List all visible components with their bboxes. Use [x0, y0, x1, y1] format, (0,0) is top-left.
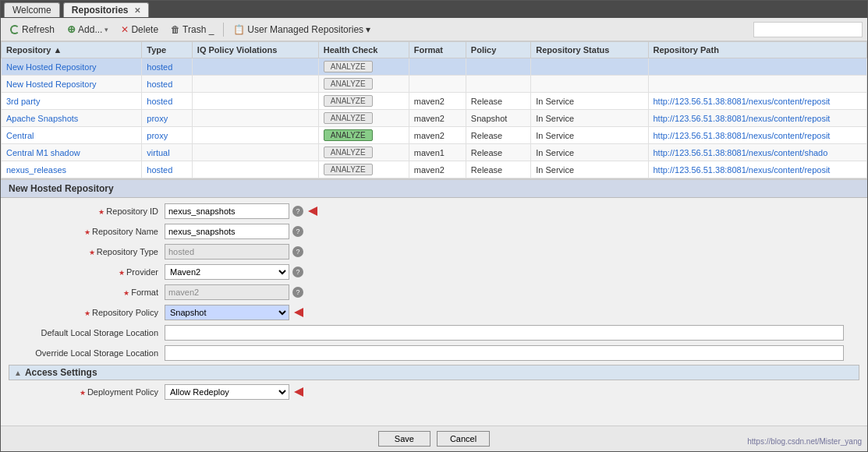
- analyze-button[interactable]: ANALYZE: [324, 164, 373, 175]
- default-storage-row: Default Local Storage Location: [9, 324, 859, 341]
- tab-repositories[interactable]: Repositories ✕: [63, 2, 149, 17]
- repository-name-input[interactable]: [165, 224, 289, 239]
- repository-type-help-icon[interactable]: ?: [292, 246, 303, 257]
- col-path: Repository Path: [648, 42, 867, 58]
- deployment-policy-row: Deployment Policy Allow Redeploy Disable…: [9, 383, 859, 401]
- repository-type-input: [165, 244, 289, 260]
- cell-iq: [192, 76, 318, 93]
- cell-path: http://123.56.51.38:8081/nexus/content/r…: [648, 93, 867, 110]
- cell-health: ANALYZE: [318, 93, 409, 110]
- add-dropdown-icon: ▾: [105, 26, 108, 34]
- table-row[interactable]: Central proxy ANALYZE maven2 Release In …: [2, 127, 867, 144]
- col-status: Repository Status: [531, 42, 648, 58]
- deployment-arrow: [294, 387, 303, 397]
- cell-name: 3rd party: [2, 93, 142, 110]
- repository-name-help-icon[interactable]: ?: [292, 226, 303, 237]
- add-button[interactable]: ⊕ Add... ▾: [62, 22, 113, 37]
- tab-welcome[interactable]: Welcome: [4, 2, 60, 17]
- cell-health: ANALYZE: [318, 144, 409, 161]
- cell-name: Central: [2, 127, 142, 144]
- analyze-button[interactable]: ANALYZE: [324, 78, 373, 90]
- provider-label: Provider: [9, 267, 165, 277]
- cell-format: maven1: [409, 144, 466, 161]
- table-row[interactable]: Apache Snapshots proxy ANALYZE maven2 Sn…: [2, 110, 867, 127]
- toolbar: Refresh ⊕ Add... ▾ ✕ Delete 🗑 Trash _ 📋 …: [1, 18, 867, 41]
- cell-format: maven2: [409, 161, 466, 178]
- table-row[interactable]: New Hosted Repository hosted ANALYZE: [2, 58, 867, 76]
- form-title: New Hosted Repository: [1, 180, 867, 198]
- cell-status: In Service: [531, 110, 648, 127]
- form-panel: New Hosted Repository Repository ID ? Re…: [1, 178, 867, 426]
- policy-arrow: [294, 308, 303, 317]
- access-settings-section[interactable]: ▲ Access Settings: [9, 365, 859, 380]
- cell-format: maven2: [409, 110, 466, 127]
- provider-row: Provider Maven2 Maven1 ?: [9, 263, 859, 281]
- cell-policy: Snapshot: [466, 110, 530, 127]
- provider-select[interactable]: Maven2 Maven1: [165, 264, 289, 280]
- cell-format: [409, 76, 466, 93]
- cell-health: ANALYZE: [318, 58, 409, 76]
- col-repository[interactable]: Repository ▲: [2, 42, 142, 58]
- analyze-button[interactable]: ANALYZE: [324, 129, 373, 141]
- form-body: Repository ID ? Repository Name ? Reposi…: [1, 198, 867, 408]
- cell-status: In Service: [531, 93, 648, 110]
- cell-iq: [192, 127, 318, 144]
- cell-format: [409, 58, 466, 76]
- repository-type-label: Repository Type: [9, 247, 165, 256]
- repository-table-area: Repository ▲ Type IQ Policy Violations H…: [1, 41, 867, 178]
- cell-policy: [466, 58, 530, 76]
- cell-type: hosted: [142, 58, 193, 76]
- deployment-policy-select[interactable]: Allow Redeploy Disable Redeploy Read Onl…: [165, 384, 289, 400]
- analyze-button[interactable]: ANALYZE: [324, 147, 373, 158]
- cell-health: ANALYZE: [318, 161, 409, 178]
- analyze-button[interactable]: ANALYZE: [324, 61, 373, 72]
- search-input[interactable]: [753, 22, 863, 37]
- analyze-button[interactable]: ANALYZE: [324, 95, 373, 107]
- repository-id-input[interactable]: [165, 203, 289, 219]
- cell-type: proxy: [142, 110, 193, 127]
- cell-iq: [192, 58, 318, 76]
- cell-name: New Hosted Repository: [2, 76, 142, 93]
- refresh-button[interactable]: Refresh: [5, 23, 59, 37]
- cell-iq: [192, 144, 318, 161]
- cell-type: virtual: [142, 144, 193, 161]
- cancel-button[interactable]: Cancel: [437, 431, 490, 447]
- policy-label: Repository Policy: [9, 308, 165, 317]
- override-storage-input[interactable]: [165, 345, 844, 361]
- cell-path: [648, 58, 867, 76]
- override-storage-label: Override Local Storage Location: [9, 348, 165, 358]
- analyze-button[interactable]: ANALYZE: [324, 112, 373, 124]
- repository-table: Repository ▲ Type IQ Policy Violations H…: [1, 41, 867, 178]
- table-row[interactable]: New Hosted Repository hosted ANALYZE: [2, 76, 867, 93]
- breadcrumb-button[interactable]: 📋 User Managed Repositories ▾: [229, 23, 375, 37]
- cell-name: New Hosted Repository: [2, 58, 142, 76]
- table-row[interactable]: nexus_releases hosted ANALYZE maven2 Rel…: [2, 161, 867, 178]
- table-row[interactable]: 3rd party hosted ANALYZE maven2 Release …: [2, 93, 867, 110]
- provider-help-icon[interactable]: ?: [292, 267, 303, 277]
- cell-health: ANALYZE: [318, 76, 409, 93]
- cell-policy: Release: [466, 127, 530, 144]
- policy-select[interactable]: Snapshot Release Mixed: [165, 305, 289, 320]
- deployment-policy-label: Deployment Policy: [9, 387, 165, 397]
- breadcrumb-icon: 📋: [233, 24, 245, 35]
- format-label: Format: [9, 288, 165, 297]
- col-format: Format: [409, 42, 466, 58]
- cell-name: Central M1 shadow: [2, 144, 142, 161]
- cell-type: hosted: [142, 161, 193, 178]
- cell-policy: Release: [466, 161, 530, 178]
- default-storage-input[interactable]: [165, 325, 844, 341]
- cell-status: [531, 76, 648, 93]
- format-help-icon[interactable]: ?: [292, 287, 303, 298]
- table-row[interactable]: Central M1 shadow virtual ANALYZE maven1…: [2, 144, 867, 161]
- cell-iq: [192, 110, 318, 127]
- repository-name-row: Repository Name ?: [9, 223, 859, 240]
- cell-type: proxy: [142, 127, 193, 144]
- tab-close-icon[interactable]: ✕: [134, 6, 140, 15]
- cell-path: http://123.56.51.38:8081/nexus/content/s…: [648, 144, 867, 161]
- repository-id-help-icon[interactable]: ?: [292, 206, 303, 217]
- save-button[interactable]: Save: [378, 431, 430, 447]
- trash-button[interactable]: 🗑 Trash _: [166, 23, 218, 37]
- format-row: Format ?: [9, 284, 859, 301]
- delete-icon: ✕: [121, 24, 129, 35]
- delete-button[interactable]: ✕ Delete: [116, 23, 163, 37]
